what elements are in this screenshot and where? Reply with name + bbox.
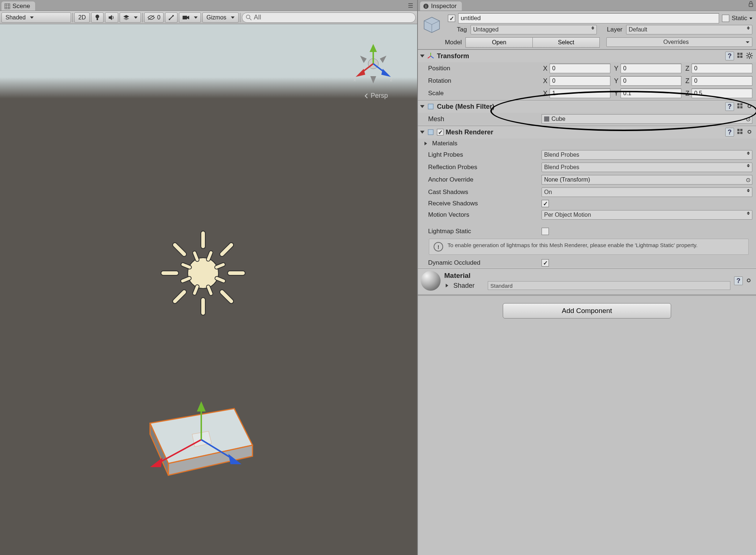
tools-icon [168, 15, 174, 21]
scene-toolbar: Shaded 2D 0 Gizmos All [0, 11, 417, 24]
svg-point-72 [748, 54, 751, 57]
tools-toggle[interactable] [165, 12, 177, 23]
lighting-toggle[interactable] [91, 12, 104, 23]
gear-icon[interactable] [746, 128, 754, 136]
select-button[interactable]: Select [533, 37, 600, 48]
svg-text:i: i [425, 4, 426, 8]
anchor-override-value: None (Transform) [544, 176, 590, 183]
layers-icon [123, 15, 130, 21]
tab-inspector[interactable]: i Inspector [420, 1, 462, 11]
shading-mode-dropdown[interactable]: Shaded [1, 12, 71, 23]
mesh-filter-component: Cube (Mesh Filter) ? Mesh Cube [418, 100, 756, 126]
shader-dropdown[interactable]: Standard [488, 281, 730, 290]
overrides-dropdown[interactable]: Overrides [606, 37, 752, 47]
mesh-object-field[interactable]: Cube [542, 114, 752, 124]
tab-scene[interactable]: Scene [1, 1, 35, 11]
fx-toggle[interactable] [120, 12, 141, 23]
active-checkbox[interactable] [448, 15, 455, 22]
material-preview-icon[interactable] [421, 271, 441, 291]
lightmap-static-checkbox[interactable] [542, 228, 549, 235]
receive-shadows-checkbox[interactable] [542, 200, 549, 207]
scene-search[interactable]: All [242, 12, 416, 23]
visibility-count-label: 0 [157, 14, 160, 21]
static-checkbox[interactable] [722, 15, 729, 22]
materials-foldout-icon[interactable] [424, 142, 427, 145]
gizmos-dropdown[interactable]: Gizmos [202, 12, 238, 23]
scale-y-field[interactable]: 0.1 [621, 89, 681, 98]
light-probes-dropdown[interactable]: Blend Probes [542, 150, 752, 160]
audio-toggle[interactable] [105, 12, 118, 23]
receive-shadows-label: Receive Shadows [428, 200, 538, 207]
svg-marker-28 [381, 69, 391, 77]
gear-icon[interactable] [745, 277, 753, 285]
name-field[interactable]: untitled [458, 13, 719, 23]
foldout-icon[interactable] [420, 131, 424, 134]
motion-vectors-dropdown[interactable]: Per Object Motion [542, 210, 752, 220]
selected-cube-gizmo[interactable] [113, 379, 267, 511]
svg-text:y: y [372, 42, 375, 44]
anchor-override-field[interactable]: None (Transform) [542, 175, 752, 185]
tag-label: Tag [448, 26, 467, 33]
svg-rect-87 [428, 130, 433, 135]
help-icon[interactable]: ? [725, 102, 734, 111]
gameobject-cube-icon[interactable] [422, 15, 441, 34]
gizmos-label: Gizmos [206, 14, 226, 21]
open-button[interactable]: Open [465, 37, 533, 48]
svg-marker-12 [123, 17, 129, 20]
camera-mode-label[interactable]: Persp [364, 92, 388, 100]
gear-icon[interactable] [746, 103, 754, 111]
rotation-x-field[interactable]: 0 [550, 76, 610, 86]
gear-icon[interactable] [746, 52, 754, 60]
svg-marker-31 [380, 56, 386, 63]
panel-menu-icon[interactable] [404, 3, 415, 8]
scale-z-field[interactable]: 0.5 [692, 89, 752, 98]
layer-dropdown[interactable]: Default [626, 25, 752, 34]
help-icon[interactable]: ? [725, 128, 734, 137]
info-icon: i [423, 3, 429, 9]
help-icon[interactable]: ? [725, 52, 734, 60]
overrides-label: Overrides [663, 39, 689, 45]
position-z-value: 0 [694, 65, 697, 72]
svg-rect-43 [192, 250, 200, 262]
foldout-icon[interactable] [420, 105, 424, 108]
layer-label: Layer [600, 26, 622, 33]
svg-point-33 [188, 258, 218, 288]
mesh-label: Mesh [428, 115, 538, 123]
reflection-probes-value: Blend Probes [544, 164, 579, 171]
directional-light-gizmo[interactable] [157, 227, 249, 319]
svg-marker-57 [197, 401, 206, 411]
visibility-count[interactable]: 0 [144, 12, 164, 23]
axis-x-label: X [542, 90, 547, 97]
position-y-field[interactable]: 0 [621, 64, 681, 73]
2d-toggle[interactable]: 2D [74, 12, 90, 23]
scene-viewport[interactable]: y x z Persp [0, 24, 417, 555]
foldout-icon[interactable] [420, 55, 424, 57]
cast-shadows-dropdown[interactable]: On [542, 187, 752, 197]
rotation-z-field[interactable]: 0 [692, 76, 752, 86]
scale-x-field[interactable]: 1 [550, 89, 610, 98]
add-component-button[interactable]: Add Component [503, 303, 671, 319]
position-x-field[interactable]: 0 [550, 64, 610, 73]
svg-point-8 [96, 15, 99, 18]
svg-point-14 [169, 19, 170, 20]
renderer-enabled-checkbox[interactable] [437, 129, 444, 135]
static-label: Static [731, 15, 747, 22]
preset-icon[interactable] [736, 52, 744, 61]
static-toggle[interactable]: Static [722, 15, 752, 22]
tag-dropdown[interactable]: Untagged [471, 25, 597, 34]
rotation-y-field[interactable]: 0 [621, 76, 681, 86]
preset-icon[interactable] [736, 102, 744, 111]
chevron-left-icon [364, 93, 368, 98]
camera-toggle[interactable] [179, 12, 201, 23]
svg-rect-82 [737, 103, 740, 105]
orientation-gizmo[interactable]: y x z [351, 42, 395, 86]
position-z-field[interactable]: 0 [692, 64, 752, 73]
motion-vectors-label: Motion Vectors [428, 211, 538, 219]
reflection-probes-dropdown[interactable]: Blend Probes [542, 163, 752, 172]
help-icon[interactable]: ? [734, 276, 743, 285]
material-foldout-icon[interactable] [446, 284, 448, 287]
dynamic-occluded-checkbox[interactable] [542, 259, 549, 267]
preset-icon[interactable] [736, 128, 744, 137]
lock-icon[interactable] [746, 0, 756, 11]
svg-rect-36 [161, 271, 179, 275]
